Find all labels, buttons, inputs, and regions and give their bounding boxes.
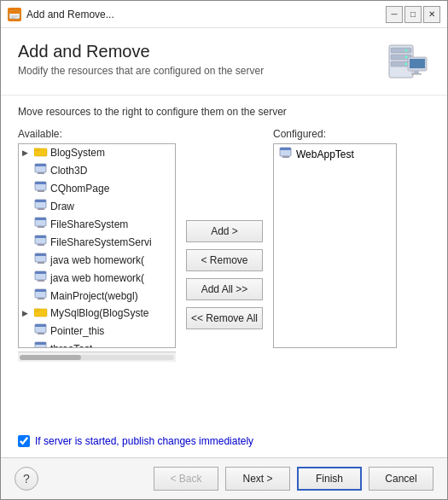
maximize-button[interactable]: □ [404, 6, 422, 23]
available-label: Available: [18, 128, 176, 140]
list-item[interactable]: MainProject(webgl) [19, 287, 175, 305]
checkbox-row: If server is started, publish changes im… [18, 428, 430, 451]
help-button[interactable]: ? [15, 467, 38, 491]
svg-rect-39 [35, 289, 46, 292]
minimize-button[interactable]: ─ [386, 6, 403, 23]
window-controls: ─ □ ✕ [386, 6, 440, 23]
finish-button[interactable]: Finish [297, 467, 362, 491]
svg-rect-13 [414, 71, 419, 73]
header-section: Add and Remove Modify the resources that… [1, 28, 447, 96]
svg-rect-36 [35, 271, 46, 274]
svg-rect-50 [280, 148, 291, 150]
globe-icon [34, 217, 48, 231]
action-buttons: Add > < Remove Add All >> << Remove All [176, 128, 273, 422]
footer: ? < Back Next > Finish Cancel [1, 457, 447, 499]
add-button[interactable]: Add > [186, 220, 263, 242]
next-button[interactable]: Next > [225, 467, 290, 491]
svg-rect-22 [38, 190, 44, 192]
svg-rect-28 [38, 226, 44, 228]
svg-rect-34 [38, 262, 44, 264]
close-button[interactable]: ✕ [423, 6, 440, 23]
cancel-button[interactable]: Cancel [369, 467, 433, 491]
item-label: MySqlBlog(BlogSyste [50, 307, 148, 319]
list-item[interactable]: WebAppTest [274, 144, 396, 164]
svg-rect-25 [38, 208, 44, 210]
svg-rect-45 [38, 333, 44, 334]
svg-rect-21 [35, 182, 46, 184]
publish-label[interactable]: If server is started, publish changes im… [35, 435, 253, 447]
svg-rect-24 [35, 200, 46, 202]
globe-icon [34, 235, 48, 249]
svg-rect-31 [38, 244, 44, 246]
globe-icon [34, 270, 48, 285]
item-label: MainProject(webgl) [50, 290, 138, 302]
server-icon [382, 42, 430, 84]
list-item[interactable]: FileShareSystem [19, 215, 175, 233]
add-all-button[interactable]: Add All >> [186, 278, 263, 300]
item-label: CQhomPage [50, 183, 109, 195]
list-item[interactable]: ▶MySqlBlog(BlogSyste [19, 305, 175, 322]
folder-icon [34, 146, 48, 160]
globe-icon [34, 181, 48, 195]
item-label: threeTest [50, 343, 92, 349]
item-label: java web homework( [50, 254, 144, 266]
svg-rect-5 [391, 48, 411, 53]
item-label: Pointer_this [50, 325, 104, 337]
page-title: Add and Remove [18, 42, 264, 61]
globe-icon [34, 253, 48, 267]
list-item[interactable]: java web homework( [19, 251, 175, 269]
list-item[interactable]: CQhomPage [19, 179, 175, 197]
expand-arrow-icon: ▶ [22, 309, 34, 317]
title-bar: Add and Remove... ─ □ ✕ [1, 1, 447, 28]
window-icon [8, 8, 21, 21]
globe-icon [34, 323, 48, 338]
configured-list[interactable]: WebAppTest [273, 143, 397, 348]
svg-rect-14 [411, 73, 422, 75]
svg-rect-16 [34, 148, 39, 151]
available-section: Available: ▶BlogSystemCloth3DCQhomPageDr… [18, 128, 176, 422]
svg-rect-27 [35, 218, 46, 220]
svg-point-8 [405, 49, 408, 52]
list-item[interactable]: Pointer_this [19, 322, 175, 340]
svg-rect-37 [38, 280, 44, 282]
page-subtitle: Modify the resources that are configured… [18, 65, 264, 77]
item-label: FileShareSystem [50, 218, 128, 230]
svg-rect-19 [38, 172, 44, 174]
globe-icon [34, 341, 48, 348]
remove-all-button[interactable]: << Remove All [186, 307, 263, 329]
item-label: java web homework( [50, 272, 144, 284]
title-bar-text: Add and Remove... [26, 9, 381, 20]
remove-button[interactable]: < Remove [186, 249, 263, 271]
svg-rect-33 [35, 253, 46, 256]
svg-rect-51 [282, 156, 289, 158]
list-item[interactable]: java web homework( [19, 269, 175, 287]
svg-rect-12 [410, 59, 425, 68]
svg-rect-40 [38, 298, 44, 299]
list-item[interactable]: FileShareSystemServi [19, 233, 175, 251]
list-item[interactable]: ▶BlogSystem [19, 144, 175, 161]
main-window: Add and Remove... ─ □ ✕ Add and Remove M… [0, 0, 448, 500]
item-label: Draw [50, 201, 74, 212]
item-label: WebAppTest [296, 148, 354, 160]
globe-icon [279, 147, 293, 161]
svg-rect-42 [34, 309, 39, 311]
back-button[interactable]: < Back [154, 467, 218, 491]
list-item[interactable]: threeTest [19, 340, 175, 348]
available-scrollbar[interactable] [18, 352, 176, 362]
svg-rect-47 [35, 342, 46, 345]
svg-rect-30 [35, 235, 46, 238]
configured-section: Configured: WebAppTest [273, 128, 397, 422]
list-item[interactable]: Cloth3D [19, 161, 175, 179]
item-label: Cloth3D [50, 165, 87, 177]
svg-point-9 [405, 56, 408, 59]
content-area: Move resources to the right to configure… [1, 96, 447, 457]
globe-icon [34, 163, 48, 177]
list-item[interactable]: Draw [19, 197, 175, 215]
folder-icon [34, 306, 48, 320]
configured-label: Configured: [273, 128, 397, 140]
publish-checkbox[interactable] [18, 435, 30, 447]
item-label: BlogSystem [50, 147, 105, 159]
globe-icon [34, 288, 48, 303]
svg-rect-18 [35, 164, 46, 166]
available-list[interactable]: ▶BlogSystemCloth3DCQhomPageDrawFileShare… [18, 143, 176, 348]
